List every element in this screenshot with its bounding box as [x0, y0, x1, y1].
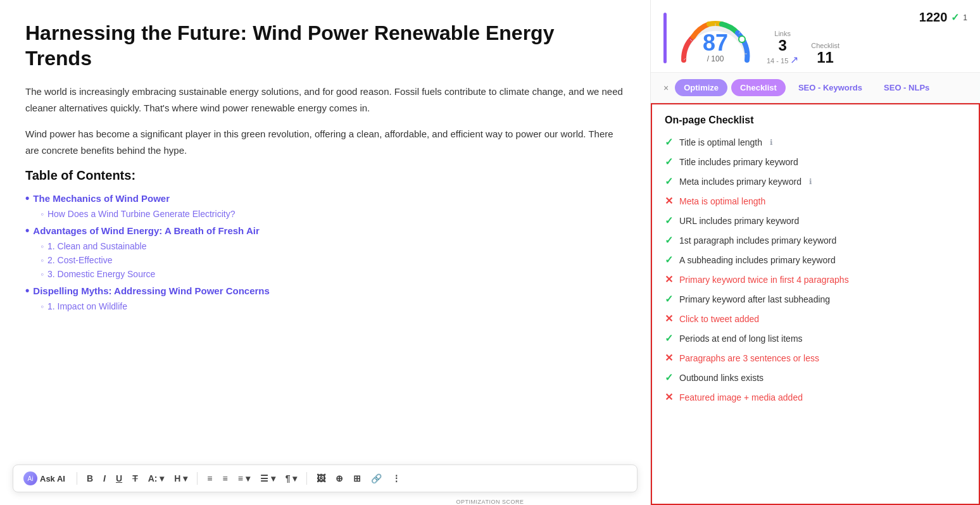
score-top-row: 1220 ✓ 1 — [767, 10, 967, 25]
image-button[interactable]: 🖼 — [313, 472, 329, 485]
checklist-item-text: Click to tweet added — [679, 314, 759, 324]
toc-sub-3: 1. Impact on Wildlife — [25, 301, 625, 311]
checklist-item-text: Periods at end of long list items — [679, 334, 803, 344]
align-left-button[interactable]: ≡ — [204, 472, 215, 485]
score-section: 87 / 100 OPTIMIZATION SCORE 1220 ✓ 1 Lin… — [651, 0, 980, 73]
checklist-panel: On-page Checklist ✓Title is optimal leng… — [651, 103, 980, 505]
pass-icon: ✓ — [665, 371, 673, 383]
tab-seo-nlps[interactable]: SEO - NLPs — [875, 79, 938, 96]
toc-sub-item-2a: 1. Clean and Sustainable — [41, 241, 625, 251]
checklist-item-10: ✕Click to tweet added — [665, 313, 966, 325]
tab-optimize[interactable]: Optimize — [675, 79, 727, 96]
pass-icon: ✓ — [665, 175, 673, 187]
checklist-item-2: ✓Title includes primary keyword — [665, 156, 966, 168]
tab-close-button[interactable]: × — [661, 82, 671, 94]
toc-sub-item-1: How Does a Wind Turbine Generate Electri… — [41, 209, 625, 219]
tab-seo-keywords[interactable]: SEO - Keywords — [789, 79, 871, 96]
underline-button[interactable]: U — [113, 472, 125, 485]
checklist-item-text: Paragraphs are 3 sentences or less — [679, 353, 819, 363]
align-center-button[interactable]: ≡ — [220, 472, 231, 485]
tab-checklist[interactable]: Checklist — [731, 79, 786, 96]
fail-icon: ✕ — [665, 352, 673, 364]
ask-ai-label[interactable]: Ask AI — [40, 474, 65, 483]
pass-icon: ✓ — [665, 254, 673, 266]
pass-icon: ✓ — [665, 136, 673, 148]
paragraph-button[interactable]: ¶ ▾ — [282, 472, 301, 485]
stats-row: Links 3 14 - 15 ↗ Checklist 11 — [767, 30, 967, 66]
info-icon: ℹ — [770, 138, 773, 147]
checklist-items-list: ✓Title is optimal lengthℹ✓Title includes… — [665, 136, 966, 403]
toc-sub-link-domestic[interactable]: 3. Domestic Energy Source — [41, 269, 625, 279]
toc-sub-item-2c: 3. Domestic Energy Source — [41, 269, 625, 279]
checklist-item-4: ✕Meta is optimal length — [665, 195, 966, 207]
links-value: 3 — [767, 37, 798, 54]
toolbar-separator-2 — [197, 472, 198, 485]
fail-icon: ✕ — [665, 391, 673, 403]
checklist-item-11: ✓Periods at end of long list items — [665, 332, 966, 344]
list-ordered-button[interactable]: ≡ ▾ — [235, 472, 253, 485]
toc-sub-link-clean[interactable]: 1. Clean and Sustainable — [41, 241, 625, 251]
links-arrow: ↗ — [790, 54, 798, 65]
checklist-item-text: Meta is optimal length — [679, 196, 765, 206]
heading-button[interactable]: H ▾ — [171, 472, 191, 485]
add-button[interactable]: ⊕ — [332, 472, 346, 485]
fail-icon: ✕ — [665, 313, 673, 325]
checklist-item-9: ✓Primary keyword after last subheading — [665, 293, 966, 305]
font-size-button[interactable]: A: ▾ — [145, 472, 168, 485]
checklist-item-text: Featured image + media added — [679, 392, 803, 402]
svg-point-0 — [739, 36, 745, 42]
score-word-count: 1220 — [919, 10, 948, 25]
pass-icon: ✓ — [665, 156, 673, 168]
bold-button[interactable]: B — [84, 472, 96, 485]
article-title: Harnessing the Future: Wind Power Renewa… — [25, 20, 625, 71]
checklist-item-12: ✕Paragraphs are 3 sentences or less — [665, 352, 966, 364]
pass-icon: ✓ — [665, 234, 673, 246]
toc-item-1: The Mechanics of Wind Power How Does a W… — [25, 192, 625, 219]
strikethrough-button[interactable]: T — [129, 472, 141, 485]
toc-heading: Table of Contents: — [25, 168, 625, 183]
toc-item-3: Dispelling Myths: Addressing Wind Power … — [25, 284, 625, 311]
checklist-item-6: ✓1st paragraph includes primary keyword — [665, 234, 966, 246]
toc-sub-link-turbine[interactable]: How Does a Wind Turbine Generate Electri… — [41, 209, 625, 219]
checklist-item-text: 1st paragraph includes primary keyword — [679, 235, 836, 246]
checklist-item-text: Primary keyword twice in first 4 paragra… — [679, 275, 849, 285]
more-button[interactable]: ⋮ — [389, 472, 404, 485]
checklist-item-5: ✓URL includes primary keyword — [665, 215, 966, 227]
ai-icon: Ai — [23, 471, 37, 485]
info-icon: ℹ — [809, 177, 812, 186]
checklist-item-3: ✓Meta includes primary keywordℹ — [665, 175, 966, 187]
checklist-item-text: Primary keyword after last subheading — [679, 294, 830, 304]
editor-toolbar: Ai Ask AI B I U T A: ▾ H ▾ ≡ ≡ ≡ ▾ ☰ ▾ ¶… — [13, 464, 638, 492]
gauge-score: 87 / 100 — [703, 32, 728, 63]
table-button[interactable]: ⊞ — [350, 472, 364, 485]
checklist-item-text: Title includes primary keyword — [679, 157, 798, 167]
links-sub: 14 - 15 ↗ — [767, 54, 798, 66]
toc-link-myths[interactable]: Dispelling Myths: Addressing Wind Power … — [25, 284, 625, 297]
toc-link-advantages[interactable]: Advantages of Wind Energy: A Breath of F… — [25, 224, 625, 237]
link-button[interactable]: 🔗 — [368, 472, 385, 485]
toc-sub-item-2b: 2. Cost-Effective — [41, 255, 625, 265]
toc-link-mechanics[interactable]: The Mechanics of Wind Power — [25, 192, 625, 205]
pass-icon: ✓ — [665, 293, 673, 305]
links-stat: Links 3 14 - 15 ↗ — [767, 30, 798, 66]
toolbar-separator-3 — [306, 472, 307, 485]
ask-ai-container: Ai Ask AI — [23, 471, 65, 485]
pass-icon: ✓ — [665, 332, 673, 344]
toc-sub-2: 1. Clean and Sustainable 2. Cost-Effecti… — [25, 241, 625, 279]
toc-list: The Mechanics of Wind Power How Does a W… — [25, 192, 625, 311]
checklist-item-text: Title is optimal length — [679, 137, 762, 147]
checklist-item-14: ✕Featured image + media added — [665, 391, 966, 403]
ai-icon-text: Ai — [28, 475, 34, 482]
pass-icon: ✓ — [665, 215, 673, 227]
toc-sub-link-cost[interactable]: 2. Cost-Effective — [41, 255, 625, 265]
italic-button[interactable]: I — [100, 472, 109, 485]
checklist-item-text: URL includes primary keyword — [679, 216, 799, 226]
checklist-item-8: ✕Primary keyword twice in first 4 paragr… — [665, 273, 966, 285]
toc-sub-item-3a: 1. Impact on Wildlife — [41, 301, 625, 311]
gauge-container: 87 / 100 OPTIMIZATION SCORE — [663, 13, 757, 63]
tabs-row: × Optimize Checklist SEO - Keywords SEO … — [651, 73, 980, 103]
toc-sub-link-wildlife[interactable]: 1. Impact on Wildlife — [41, 301, 625, 311]
checklist-item-text: A subheading includes primary keyword — [679, 255, 836, 265]
stat-count: 1 — [963, 13, 967, 22]
list-unordered-button[interactable]: ☰ ▾ — [257, 472, 279, 485]
